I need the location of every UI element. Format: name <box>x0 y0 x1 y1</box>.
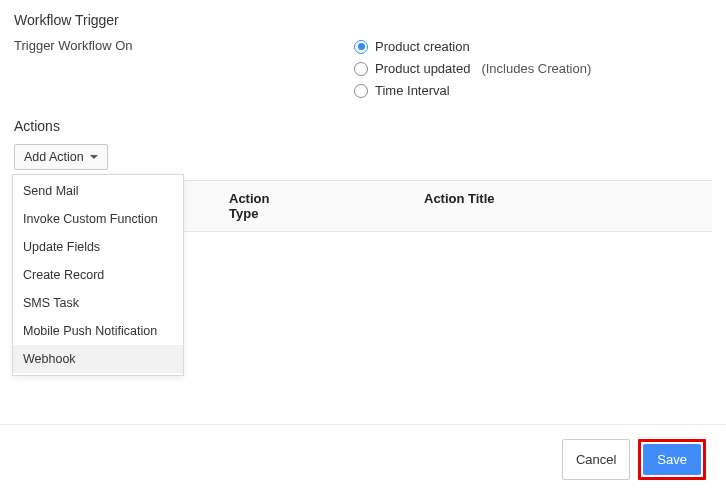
radio-label: Time Interval <box>375 83 450 98</box>
radio-icon <box>354 84 368 98</box>
add-action-label: Add Action <box>24 150 84 164</box>
menu-item-webhook[interactable]: Webhook <box>13 345 183 373</box>
save-button[interactable]: Save <box>643 444 701 475</box>
radio-label-extra: (Includes Creation) <box>481 61 591 76</box>
footer-bar: Cancel Save <box>0 424 726 500</box>
menu-item-create-record[interactable]: Create Record <box>13 261 183 289</box>
radio-label: Product updated <box>375 61 470 76</box>
chevron-down-icon <box>90 155 98 159</box>
trigger-radio-group: Product creation Product updated (Includ… <box>354 38 591 98</box>
radio-label: Product creation <box>375 39 470 54</box>
radio-product-creation[interactable]: Product creation <box>354 39 591 54</box>
menu-item-sms-task[interactable]: SMS Task <box>13 289 183 317</box>
radio-icon <box>354 62 368 76</box>
add-action-menu: Send Mail Invoke Custom Function Update … <box>12 174 184 376</box>
radio-icon <box>354 40 368 54</box>
menu-item-mobile-push-notification[interactable]: Mobile Push Notification <box>13 317 183 345</box>
cancel-button[interactable]: Cancel <box>562 439 630 480</box>
trigger-workflow-on-label: Trigger Workflow On <box>14 38 354 53</box>
add-action-button[interactable]: Add Action <box>14 144 108 170</box>
column-action-title: Action Title <box>284 191 712 221</box>
menu-item-send-mail[interactable]: Send Mail <box>13 177 183 205</box>
save-highlight-box: Save <box>638 439 706 480</box>
radio-time-interval[interactable]: Time Interval <box>354 83 591 98</box>
actions-heading: Actions <box>14 118 712 134</box>
radio-product-updated[interactable]: Product updated (Includes Creation) <box>354 61 591 76</box>
workflow-trigger-heading: Workflow Trigger <box>14 12 712 28</box>
menu-item-invoke-custom-function[interactable]: Invoke Custom Function <box>13 205 183 233</box>
menu-item-update-fields[interactable]: Update Fields <box>13 233 183 261</box>
trigger-field-row: Trigger Workflow On Product creation Pro… <box>14 38 712 98</box>
